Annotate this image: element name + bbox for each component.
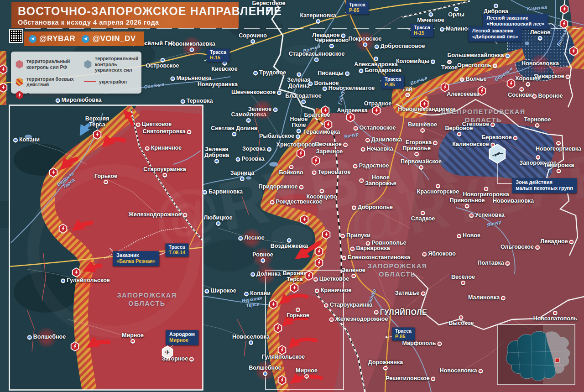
map-stage: @RYBAR @RYBAR Весёлый ГайНовониколаевкаО… — [0, 0, 584, 392]
legend-panel: территориальный контроль сил РФ территор… — [11, 52, 141, 94]
telegram-icon — [29, 35, 36, 43]
legend-item-combat: территория боевых действий — [16, 76, 84, 88]
legend-item-clash: боестолкновения — [16, 91, 84, 99]
title-banner: ВОСТОЧНО-ЗАПОРОЖСКОЕ НАПРАВЛЕНИЕ Обстано… — [11, 2, 239, 28]
map-title: ВОСТОЧНО-ЗАПОРОЖСКОЕ НАПРАВЛЕНИЕ — [18, 5, 232, 18]
minimap-region-marker — [555, 358, 559, 362]
ukraine-minimap — [497, 324, 575, 385]
telegram-icon — [82, 35, 89, 43]
channel-bar: @RYBAR @VOIN_DV — [24, 31, 144, 46]
channel-voin-dv[interactable]: @VOIN_DV — [82, 34, 136, 43]
fortification-line-icon — [84, 81, 96, 82]
ua-control-icon — [84, 60, 92, 68]
channel-handle: @VOIN_DV — [92, 34, 136, 43]
watermark-ring — [27, 164, 201, 338]
map-subtitle: Обстановка к исходу 4 апреля 2026 года — [18, 19, 232, 26]
clash-icon — [16, 91, 23, 99]
channel-rybar[interactable]: @RYBAR — [29, 34, 75, 43]
qr-code — [9, 29, 23, 43]
legend-item-fortification: укрепрайон — [84, 76, 138, 88]
legend-item-ua: территориальный контроль украинских сил — [84, 56, 138, 73]
channel-handle: @RYBAR — [39, 34, 75, 43]
legend-item-rf: территориальный контроль сил РФ — [16, 56, 84, 73]
rf-control-icon — [16, 60, 23, 68]
combat-strip-left-edge — [0, 51, 6, 105]
combat-zone-icon — [16, 78, 23, 86]
